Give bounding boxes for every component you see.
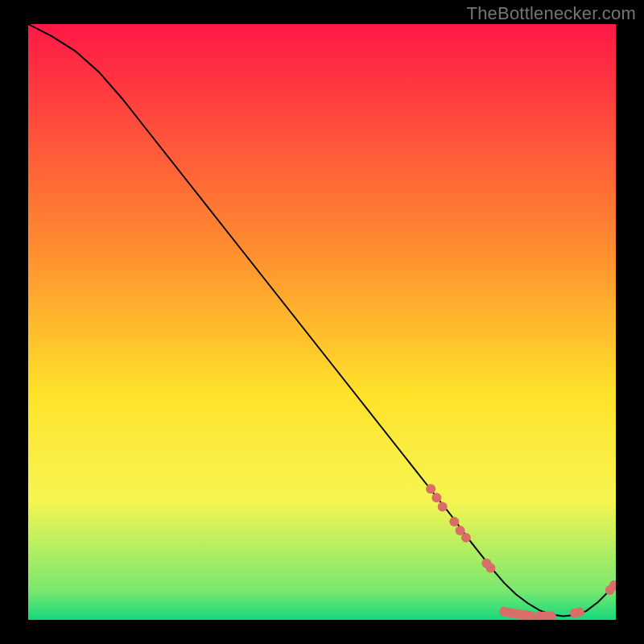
data-marker <box>438 502 448 511</box>
data-marker <box>486 564 496 573</box>
plot-svg <box>28 24 616 620</box>
plot-area <box>28 24 616 620</box>
data-marker <box>461 533 471 543</box>
watermark-text: TheBottlenecker.com <box>467 3 636 24</box>
chart-stage: TheBottlenecker.com <box>0 0 644 644</box>
data-marker <box>431 493 441 502</box>
data-marker <box>449 517 459 526</box>
data-marker <box>575 607 584 617</box>
data-marker <box>426 484 436 493</box>
gradient-background <box>28 24 616 620</box>
